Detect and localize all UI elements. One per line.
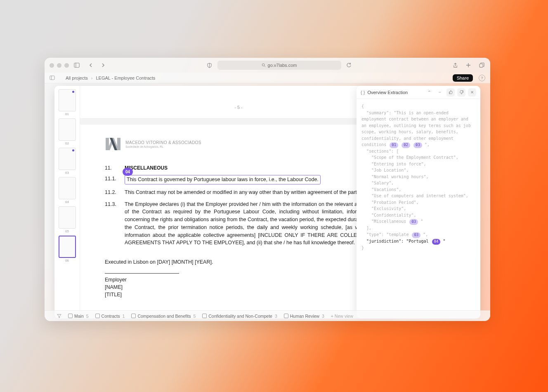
panel-json-body[interactable]: { "summary": "This is an open-ended empl… (357, 99, 480, 255)
json-line: "sections": [ (361, 148, 475, 155)
json-line: "Vacations", (361, 187, 475, 193)
json-line: "Job Location", (361, 167, 475, 174)
company-subtitle: Sociedade de Advogados, RL (125, 145, 201, 148)
thumb-label: 05 (59, 229, 76, 233)
share-icon[interactable] (451, 61, 459, 69)
thumb-label: 04 (59, 200, 76, 204)
json-line: "Probation Period", (361, 199, 475, 206)
bottom-tab-bar: Main 5 Contracts 1 Compensation and Bene… (45, 310, 490, 321)
search-icon (262, 63, 266, 67)
json-line: } (361, 245, 475, 251)
svg-rect-5 (50, 76, 54, 80)
tab-main[interactable]: Main 5 (68, 314, 89, 319)
clause-text: This Contract may not be amended or modi… (125, 189, 372, 196)
refresh-icon[interactable] (345, 61, 353, 69)
json-line: "Exclusivity", (361, 205, 475, 212)
json-line: "Confidentiality", (361, 212, 475, 219)
tab-count: 1 (123, 314, 125, 319)
thumb-label: 06 (59, 259, 76, 262)
tab-label: Main (74, 314, 84, 319)
minimize-icon[interactable]: − (436, 88, 444, 97)
table-icon (68, 314, 73, 318)
svg-line-3 (264, 66, 265, 67)
table-icon (131, 314, 136, 318)
json-line: "Salary", (361, 180, 475, 187)
json-line: { (361, 103, 475, 110)
new-view-label: + New view (331, 314, 353, 319)
tab-overview-icon[interactable] (478, 61, 485, 69)
nav-back-icon[interactable] (87, 61, 94, 69)
highlight-annotation[interactable]: 04 This Contract is governed by Portugue… (125, 175, 321, 184)
clause-number: 11.1. (105, 175, 119, 184)
json-line: "jurisdiction": "Portugal 04 " (361, 238, 475, 245)
url-bar[interactable]: go.v7labs.com (217, 61, 341, 70)
thumb-label: 01 (59, 112, 76, 116)
page-thumb-6[interactable] (59, 236, 76, 258)
titlebar: go.v7labs.com (45, 58, 490, 73)
document-viewer-card: 01 02 03 04 05 (54, 86, 397, 319)
json-line: "Miscellaneous 03 " (361, 218, 475, 225)
close-panel-button[interactable]: ✕ (468, 88, 476, 97)
page-thumb-2[interactable] (59, 118, 76, 141)
execution-line: Executed in Lisbon on [DAY] [MONTH] [YEA… (105, 259, 372, 265)
page-thumb-5[interactable] (59, 206, 76, 229)
clause-number: 11.2. (105, 189, 119, 196)
citation-pill-active[interactable]: 04 (432, 239, 441, 245)
table-icon (284, 314, 288, 318)
breadcrumb-bar: All projects › LEGAL - Employee Contract… (45, 73, 490, 83)
section-number: 11. (105, 165, 119, 171)
new-tab-icon[interactable] (465, 61, 472, 69)
document-scroll-view[interactable]: - 5 - MACEDO VITORINO & ASSOCIADOS Socie… (80, 86, 397, 319)
tab-contracts[interactable]: Contracts 1 (95, 314, 125, 319)
privacy-shield-icon[interactable] (206, 61, 213, 69)
panel-left-icon[interactable] (50, 75, 55, 80)
new-view-button[interactable]: + New view (331, 314, 353, 319)
content-area: 01 02 03 04 05 (45, 83, 490, 310)
clause-number: 11.3. (105, 201, 119, 247)
filter-icon[interactable] (57, 314, 61, 318)
collapse-up-icon[interactable]: ⌃ (425, 88, 433, 97)
page-thumb-3[interactable] (59, 148, 76, 170)
nav-forward-icon[interactable] (99, 61, 107, 69)
tab-count: 3 (322, 314, 324, 319)
thumbs-down-button[interactable] (457, 88, 465, 97)
clause-text-content: This Contract is governed by Portuguese … (127, 177, 319, 182)
citation-pill[interactable]: 03 (409, 219, 418, 225)
thumb-label: 02 (59, 142, 76, 145)
thumbs-up-button[interactable] (446, 88, 455, 97)
minimize-window-dot[interactable] (57, 63, 61, 68)
table-icon (202, 314, 207, 318)
json-line: "Normal working hours", (361, 174, 475, 180)
breadcrumb-root[interactable]: All projects (66, 76, 88, 80)
panel-title: Overview Extraction (367, 90, 408, 95)
svg-point-2 (262, 64, 265, 66)
close-window-dot[interactable] (50, 63, 54, 68)
tab-count: 5 (86, 314, 89, 319)
extraction-panel: { } Overview Extraction ⌃ − ✕ { "summary… (357, 86, 480, 319)
letterhead: MACEDO VITORINO & ASSOCIADOS Sociedade d… (105, 137, 372, 151)
thumb-label: 03 (59, 171, 76, 175)
page-number-marker: - 5 - (80, 86, 397, 118)
citation-pill[interactable]: 03 (412, 232, 420, 238)
highlight-pill: 04 (123, 168, 133, 176)
sidebar-toggle-icon[interactable] (73, 61, 80, 69)
citation-pill[interactable]: 02 (402, 142, 410, 148)
page-thumb-1[interactable] (59, 89, 76, 111)
citation-pill[interactable]: 03 (413, 142, 422, 148)
url-text: go.v7labs.com (268, 63, 297, 68)
document-page: MACEDO VITORINO & ASSOCIADOS Sociedade d… (80, 125, 397, 316)
citation-pill[interactable]: 01 (390, 142, 398, 148)
json-line: "type": "template 03 ", (361, 231, 475, 238)
json-line: "Scope of the Employment Contract", (361, 154, 475, 161)
braces-icon: { } (361, 90, 365, 95)
share-button[interactable]: Share (453, 74, 473, 82)
tab-confidentiality[interactable]: Confidentiality and Non-Compete 3 (202, 314, 277, 319)
breadcrumb-current[interactable]: LEGAL - Employee Contracts (96, 76, 155, 80)
tab-compensation[interactable]: Compensation and Benefits 5 (131, 314, 196, 319)
share-button-label: Share (457, 76, 469, 80)
maximize-window-dot[interactable] (64, 63, 69, 68)
clause-text-highlighted[interactable]: 04 This Contract is governed by Portugue… (125, 175, 372, 184)
page-thumb-4[interactable] (59, 177, 76, 199)
help-icon[interactable]: ? (479, 75, 485, 81)
tab-human-review[interactable]: Human Review 3 (284, 314, 324, 319)
